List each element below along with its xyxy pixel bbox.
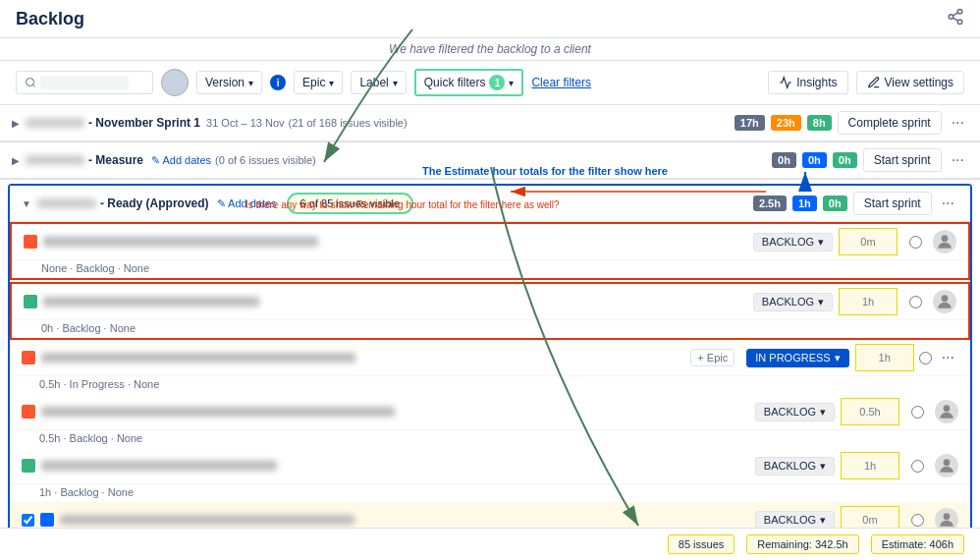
issue-text-6 (60, 515, 354, 525)
epic-filter[interactable]: Epic ▾ (294, 71, 343, 94)
sprint-section-2: ▶ - Measure ✎ Add dates (0 of 6 issues v… (0, 142, 980, 180)
share-button[interactable] (947, 8, 964, 29)
issue-status-1[interactable]: BACKLOG ▾ (753, 233, 833, 252)
add-dates-link-3[interactable]: ✎ Add dates (217, 197, 277, 210)
svg-point-1 (949, 15, 953, 20)
issue-row-5[interactable]: BACKLOG ▾ 1h (10, 448, 970, 484)
issue-type-story-icon-2 (24, 295, 37, 308)
sprint-estimate-badge-3: 2.5h (753, 196, 787, 211)
info-icon[interactable]: i (270, 75, 286, 90)
issue-radio-3[interactable] (914, 352, 938, 364)
quick-filters-button[interactable]: Quick filters 1 ▾ (414, 69, 524, 96)
issue-radio-5[interactable] (905, 460, 929, 473)
issue-row-2[interactable]: BACKLOG ▾ 1h (12, 284, 968, 320)
version-chevron-icon: ▾ (248, 78, 253, 88)
issue-time-1: 0m (839, 228, 898, 255)
sprint-more-button-1[interactable]: ··· (948, 112, 968, 134)
sprint-more-button-3[interactable]: ··· (938, 193, 958, 214)
start-sprint-button-3[interactable]: Start sprint (853, 192, 932, 215)
issue-status-6[interactable]: BACKLOG ▾ (755, 511, 835, 530)
filter-notice: We have filtered the backlog to a client (0, 38, 980, 61)
sprint-org-label-3 (37, 198, 96, 208)
issue-radio-6[interactable] (905, 514, 929, 527)
user-avatar-filter[interactable] (161, 69, 189, 96)
label-filter[interactable]: Label ▾ (351, 71, 406, 94)
issue-time-3: 1h (855, 344, 914, 371)
status-chevron-icon-3: ▾ (835, 352, 841, 364)
issue-text-3 (41, 353, 355, 363)
issues-count-stat: 85 issues (668, 534, 735, 554)
issue-text-4 (41, 407, 395, 417)
label-chevron-icon: ▾ (393, 78, 398, 88)
sprint-remaining-badge-1: 23h (771, 115, 801, 131)
issue-text-5 (41, 461, 277, 471)
sprint-remaining-badge-2: 0h (802, 152, 827, 168)
view-settings-button[interactable]: View settings (856, 71, 964, 94)
issue-meta-1: None · Backlog · None (12, 260, 968, 278)
issue-status-4[interactable]: BACKLOG ▾ (755, 403, 835, 421)
issue-highlight-group-1: BACKLOG ▾ 0m None · Backlog · None (10, 222, 970, 280)
issue-type-bug-icon-4 (22, 405, 35, 419)
issue-actions-4: BACKLOG ▾ 0.5h (755, 398, 958, 425)
issue-status-2[interactable]: BACKLOG ▾ (753, 293, 833, 311)
issue-radio-2[interactable] (903, 296, 927, 308)
issue-radio-1[interactable] (903, 236, 927, 249)
sprint-actions-3: 2.5h 1h 0h Start sprint ··· (753, 192, 958, 215)
issue-status-5[interactable]: BACKLOG ▾ (755, 457, 835, 476)
issue-row-4[interactable]: BACKLOG ▾ 0.5h (10, 394, 970, 430)
bottom-bar: 85 issues Remaining: 342.5h Estimate: 40… (0, 528, 980, 560)
sprint-header-1: ▶ - November Sprint 1 31 Oct – 13 Nov (2… (0, 105, 980, 141)
sprint-logged-badge-3: 0h (823, 196, 847, 211)
issue-text-2 (43, 297, 259, 307)
issue-summary-4 (41, 407, 755, 417)
clear-filters-button[interactable]: Clear filters (531, 76, 591, 89)
search-input[interactable] (40, 76, 129, 89)
issue-epic-button-3[interactable]: + Epic (690, 349, 735, 366)
sprint-header-2: ▶ - Measure ✎ Add dates (0 of 6 issues v… (0, 142, 980, 179)
issue-time-5: 1h (841, 452, 899, 479)
issue-status-3[interactable]: IN PROGRESS ▾ (746, 349, 848, 367)
sprint-toggle-1[interactable]: ▶ (12, 118, 20, 129)
issue-time-4: 0.5h (841, 398, 899, 425)
issue-avatar-2 (933, 290, 956, 313)
issue-actions-5: BACKLOG ▾ 1h (755, 452, 958, 479)
sprint-toggle-3[interactable]: ▼ (22, 198, 31, 209)
issue-actions-1: BACKLOG ▾ 0m (753, 228, 956, 255)
sprint-section-active: ▼ - Ready (Approved) ✎ Add dates 6 of 85… (8, 184, 972, 560)
epic-chevron-icon: ▾ (329, 78, 334, 88)
start-sprint-button-2[interactable]: Start sprint (863, 148, 942, 172)
status-chevron-icon-6: ▾ (820, 514, 826, 527)
issue-checkbox-6[interactable] (22, 514, 34, 527)
sprint-toggle-2[interactable]: ▶ (12, 155, 20, 166)
version-filter[interactable]: Version ▾ (196, 71, 262, 94)
svg-point-7 (942, 235, 949, 242)
svg-point-2 (957, 20, 962, 25)
remaining-stat: Remaining: 342.5h (746, 534, 858, 554)
issue-row-1[interactable]: BACKLOG ▾ 0m (12, 224, 968, 260)
issue-more-button-3[interactable]: ··· (938, 347, 958, 368)
status-chevron-icon-5: ▾ (820, 460, 826, 473)
issue-radio-4[interactable] (905, 406, 929, 419)
page-title: Backlog (16, 9, 84, 29)
status-chevron-icon: ▾ (818, 236, 824, 249)
issue-meta-5: 1h · Backlog · None (10, 484, 970, 502)
insights-button[interactable]: Insights (768, 71, 847, 94)
issues-container: BACKLOG ▾ 0m None · Backlog · None (10, 222, 970, 560)
sprint-header-3: ▼ - Ready (Approved) ✎ Add dates 6 of 85… (10, 186, 970, 222)
add-dates-link-2[interactable]: ✎ Add dates (151, 154, 211, 167)
status-chevron-icon-4: ▾ (820, 406, 826, 419)
sprint-name-2: - Measure (88, 153, 143, 167)
sprint-meta-2: (0 of 6 issues visible) (215, 154, 316, 166)
issue-summary-3 (41, 353, 690, 363)
sprint-org-label (26, 118, 84, 128)
issue-row-3[interactable]: + Epic IN PROGRESS ▾ 1h ··· (10, 340, 970, 376)
complete-sprint-button[interactable]: Complete sprint (838, 111, 942, 135)
visible-badge: 6 of 85 issues visible (287, 193, 414, 214)
issue-time-2: 1h (839, 288, 898, 315)
status-chevron-icon-2: ▾ (818, 296, 824, 308)
sprint-more-button-2[interactable]: ··· (948, 149, 968, 171)
sprint-estimate-badge-2: 0h (772, 152, 796, 168)
sprint-section-1: ▶ - November Sprint 1 31 Oct – 13 Nov (2… (0, 105, 980, 142)
page-header: Backlog (0, 0, 980, 38)
svg-point-11 (944, 513, 951, 520)
